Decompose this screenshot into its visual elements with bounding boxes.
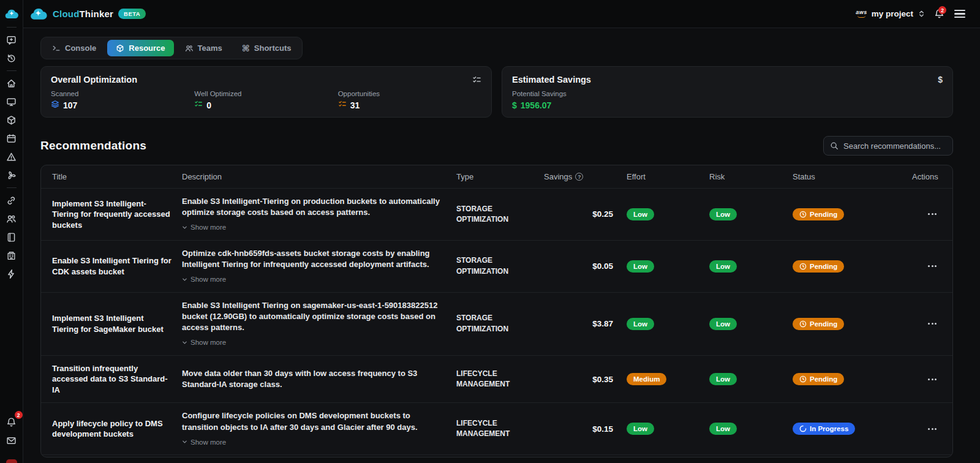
- command-icon: ⌘: [242, 44, 250, 53]
- clock-icon: [799, 211, 807, 218]
- avatar[interactable]: [6, 459, 17, 463]
- table-body: Implement S3 Intelligent-Tiering for fre…: [41, 189, 952, 457]
- sidebar: 2: [0, 0, 23, 463]
- recommendations-table: Title Description Type Savings ? Effort …: [40, 165, 953, 457]
- main-content: Console Resource Teams ⌘ Shortcuts Overa…: [23, 28, 980, 463]
- clock-icon: [799, 375, 807, 383]
- table-row[interactable]: Apply lifecycle policy to DMS developmen…: [41, 403, 952, 455]
- fan-icon[interactable]: [2, 167, 21, 184]
- risk-badge: Low: [709, 318, 737, 330]
- risk-badge: Low: [709, 373, 737, 385]
- spinner-icon: [799, 425, 807, 432]
- project-selector[interactable]: aws my project: [856, 9, 925, 18]
- checklist-icon: [338, 100, 347, 110]
- column-header-type: Type: [456, 172, 544, 181]
- app-logo: CloudThinker BETA: [29, 7, 146, 21]
- recommendation-description: Move data older than 30 days with low ac…: [182, 368, 456, 390]
- bell-icon[interactable]: 2: [2, 413, 21, 431]
- cloud-logo-icon[interactable]: [2, 6, 21, 23]
- page-title: Recommendations: [40, 139, 146, 152]
- help-icon[interactable]: ?: [575, 173, 583, 181]
- cube-icon[interactable]: [2, 111, 21, 129]
- recommendation-type: STORAGE OPTIMIZATION: [456, 313, 544, 334]
- building-icon[interactable]: [2, 247, 21, 264]
- recommendation-title: Enable S3 Intelligent Tiering for CDK as…: [52, 255, 182, 277]
- table-row[interactable]: Transition infrequently accessed data to…: [41, 356, 952, 404]
- effort-badge: Low: [627, 208, 654, 220]
- table-header: Title Description Type Savings ? Effort …: [41, 165, 952, 189]
- recommendation-savings: $3.87: [544, 319, 627, 328]
- risk-badge: Low: [709, 423, 737, 435]
- tab-shortcuts[interactable]: ⌘ Shortcuts: [233, 40, 300, 56]
- home-icon[interactable]: [2, 75, 21, 92]
- menu-button[interactable]: [953, 9, 967, 20]
- stat-potential-savings: Potential Savings $ 1956.07: [512, 90, 943, 110]
- search-input[interactable]: [843, 141, 946, 151]
- tab-console[interactable]: Console: [43, 40, 105, 56]
- potential-savings-value: 1956.07: [521, 100, 552, 110]
- show-more-button[interactable]: Show more: [182, 439, 226, 446]
- recommendation-type: LIFECYCLE MANAGEMENT: [456, 418, 544, 440]
- cloud-logo-icon: [29, 7, 48, 21]
- stat-well-optimized: Well Optimized 0: [194, 90, 337, 110]
- recommendation-description: Optimize cdk-hnb659fds-assets bucket sto…: [182, 248, 456, 285]
- sidebar-divider: [7, 187, 17, 188]
- stat-scanned: Scanned 107: [51, 90, 194, 110]
- column-header-savings: Savings ?: [544, 172, 627, 181]
- aws-logo-icon: aws: [856, 10, 867, 18]
- sidebar-divider: [7, 27, 17, 28]
- table-row[interactable]: Implement S3 Intelligent-Tiering for fre…: [41, 189, 952, 241]
- status-badge: Pending: [793, 208, 844, 220]
- more-options-icon[interactable]: [927, 376, 938, 383]
- show-more-button[interactable]: Show more: [182, 339, 226, 346]
- topbar: CloudThinker BETA aws my project 2: [23, 0, 980, 28]
- monitor-icon[interactable]: [2, 93, 21, 110]
- notebook-icon[interactable]: [2, 228, 21, 246]
- chevron-down-icon: [182, 439, 187, 445]
- more-options-icon[interactable]: [927, 211, 938, 217]
- bolt-icon[interactable]: [2, 265, 21, 282]
- chevron-down-icon: [182, 340, 187, 345]
- recommendation-type: LIFECYCLE MANAGEMENT: [456, 369, 544, 390]
- link-icon[interactable]: [2, 192, 21, 209]
- more-options-icon[interactable]: [927, 320, 938, 327]
- checklist-icon: [472, 75, 481, 85]
- column-header-actions: Actions: [912, 172, 953, 181]
- clock-icon: [799, 263, 807, 270]
- calendar-icon[interactable]: [2, 130, 21, 147]
- sidebar-notification-badge: 2: [15, 411, 23, 419]
- users-icon[interactable]: [2, 210, 21, 227]
- tab-bar: Console Resource Teams ⌘ Shortcuts: [40, 37, 303, 59]
- effort-badge: Medium: [627, 373, 666, 385]
- dollar-icon: $: [512, 100, 517, 110]
- notifications-button[interactable]: 2: [934, 9, 944, 19]
- show-more-button[interactable]: Show more: [182, 224, 226, 231]
- column-header-title: Title: [52, 172, 182, 181]
- sidebar-divider: [7, 70, 17, 71]
- show-more-button[interactable]: Show more: [182, 276, 226, 283]
- search-box[interactable]: [823, 136, 953, 156]
- effort-badge: Low: [627, 423, 654, 435]
- overall-optimization-card: Overall Optimization Scanned 107 We: [40, 66, 492, 118]
- tab-resource[interactable]: Resource: [107, 40, 173, 56]
- search-icon: [830, 141, 839, 150]
- clock-icon: [799, 320, 807, 328]
- table-row[interactable]: Rightsize t3.micro instance or consider …: [41, 455, 952, 457]
- status-badge: Pending: [793, 318, 844, 330]
- mail-icon[interactable]: [2, 432, 21, 449]
- column-header-risk: Risk: [709, 172, 793, 181]
- column-header-status: Status: [793, 172, 912, 181]
- recommendation-title: Implement S3 Intelligent Tiering for Sag…: [52, 313, 182, 334]
- dollar-icon: $: [938, 75, 943, 85]
- tab-teams[interactable]: Teams: [176, 40, 231, 56]
- table-row[interactable]: Enable S3 Intelligent Tiering for CDK as…: [41, 241, 952, 293]
- more-options-icon[interactable]: [927, 426, 938, 432]
- more-options-icon[interactable]: [927, 263, 938, 269]
- status-badge: Pending: [793, 373, 844, 385]
- chat-plus-icon[interactable]: [2, 31, 21, 48]
- status-badge: In Progress: [793, 423, 855, 435]
- history-icon[interactable]: [2, 50, 21, 67]
- alert-triangle-icon[interactable]: [2, 148, 21, 165]
- recommendation-type: STORAGE OPTIMIZATION: [456, 204, 544, 225]
- table-row[interactable]: Implement S3 Intelligent Tiering for Sag…: [41, 293, 952, 356]
